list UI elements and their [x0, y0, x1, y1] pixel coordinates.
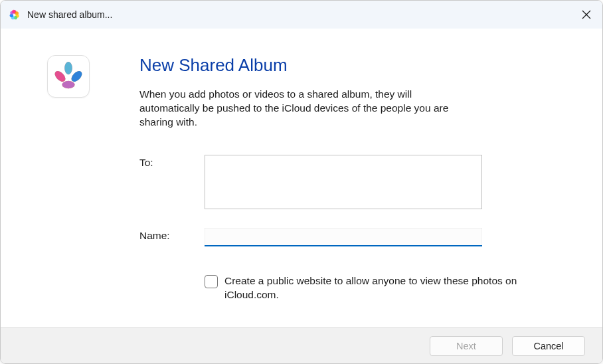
close-icon	[582, 10, 591, 19]
main-column: New Shared Album When you add photos or …	[139, 55, 562, 314]
to-input[interactable]	[205, 155, 482, 209]
next-button[interactable]: Next	[430, 336, 503, 356]
name-row: Name:	[139, 228, 562, 246]
public-website-checkbox[interactable]	[205, 275, 218, 288]
window-title: New shared album...	[27, 9, 112, 20]
cancel-button[interactable]: Cancel	[512, 336, 585, 356]
public-website-label[interactable]: Create a public website to allow anyone …	[224, 274, 550, 302]
to-row: To:	[139, 155, 562, 209]
dialog-heading: New Shared Album	[139, 55, 562, 76]
titlebar: New shared album...	[1, 1, 602, 29]
svg-point-7	[12, 10, 15, 13]
to-label: To:	[139, 155, 205, 209]
photos-app-icon-small	[9, 9, 21, 21]
svg-point-16	[62, 81, 74, 88]
photos-app-icon-large	[47, 55, 90, 98]
public-website-row: Create a public website to allow anyone …	[205, 274, 550, 302]
dialog-description: When you add photos or videos to a share…	[139, 88, 452, 130]
name-label: Name:	[139, 228, 205, 246]
dialog-window: New shared album...	[0, 0, 603, 364]
dialog-footer: Next Cancel	[1, 327, 602, 363]
close-button[interactable]	[570, 1, 602, 29]
name-input[interactable]	[205, 228, 482, 246]
svg-point-14	[64, 62, 72, 74]
dialog-content: New Shared Album When you add photos or …	[1, 29, 602, 327]
